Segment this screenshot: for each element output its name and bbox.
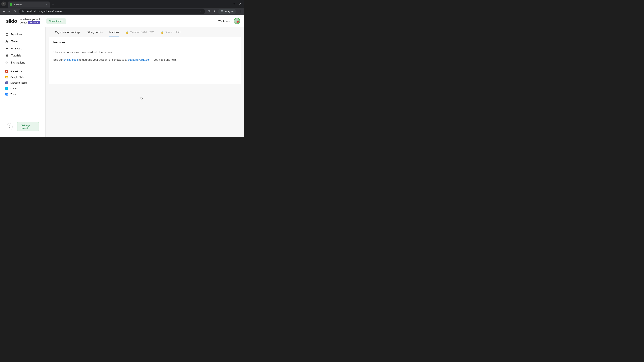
analytics-icon [5,47,9,50]
address-bar[interactable]: admin.sli.do/organization/invoices ☆ [19,8,205,14]
tab-search-button[interactable]: ▾ [1,1,6,6]
incognito-icon [220,10,223,13]
whats-new-link[interactable]: What's new [218,20,230,22]
browser-toolbar: ← → ⟳ admin.sli.do/organization/invoices… [0,8,244,15]
tab-label: Domain claim [165,31,181,34]
sidebar-item-label: Team [11,40,18,43]
integration-zoom[interactable]: ▭ Zoom [0,91,46,97]
app-body: My slidos Team Analytics [0,27,244,137]
sidebar-item-tutorials[interactable]: Tutorials [0,52,46,59]
sidebar-item-label: Analytics [11,47,22,50]
browser-tab[interactable]: s Invoices ✕ [8,1,50,7]
sidebar-nav: My slidos Team Analytics [0,31,46,97]
browser-menu-button[interactable]: ⋮ [238,10,242,13]
cta-suffix: if you need any help. [151,58,176,61]
tab-billing-details[interactable]: Billing details [84,28,106,37]
incognito-label: Incognito [224,10,234,13]
owner-label: Owner [20,21,27,24]
new-interface-badge[interactable]: New interface [46,18,66,24]
downloads-button[interactable] [213,9,216,13]
integrations-icon [5,61,9,64]
lock-icon: 🔒 [126,31,128,34]
tab-domain-claim[interactable]: 🔒 Domain claim [158,28,184,37]
empty-state-text: There are no invoices associated with th… [53,51,236,54]
browser-tab-strip: ▾ s Invoices ✕ + — ▢ ✕ [0,0,244,8]
svg-point-5 [222,11,223,12]
sidebar-item-label: Tutorials [11,54,21,57]
cta-mid: to upgrade your account or contact us at [78,58,128,61]
help-button[interactable]: ? [7,123,12,130]
sidebar-item-label: Integrations [11,61,25,64]
tab-label: Invoices [109,31,119,34]
close-tab-button[interactable]: ✕ [44,3,48,6]
sidebar-item-my-slidos[interactable]: My slidos [0,31,46,38]
svg-rect-1 [23,11,24,12]
extensions-button[interactable] [208,9,210,13]
svg-rect-7 [6,33,8,35]
sidebar-item-analytics[interactable]: Analytics [0,45,46,52]
back-button[interactable]: ← [2,10,5,13]
sidebar-item-label: My slidos [11,33,22,36]
pricing-plans-link[interactable]: pricing plans [64,58,78,61]
lock-icon: 🔒 [161,31,164,34]
tab-label: Organization settings [55,31,80,34]
svg-point-10 [8,41,8,42]
toast-settings-saved: Settings saved [17,122,39,131]
settings-tabs: Organization settings Billing details In… [46,28,244,37]
integration-google-slides[interactable]: ▦ Google Slides [0,74,46,80]
org-info: Moodjoy organization Owner UPGRADE [20,18,42,24]
svg-point-9 [6,40,7,41]
url-text: admin.sli.do/organization/invoices [27,10,198,13]
owner-row: Owner UPGRADE [20,21,42,24]
maximize-button[interactable]: ▢ [232,2,235,5]
window-controls: — ▢ ✕ [226,2,243,5]
integration-label: Webex [10,87,18,90]
reload-button[interactable]: ⟳ [14,9,17,13]
new-tab-button[interactable]: + [52,3,54,6]
integration-webex[interactable]: w Webex [0,86,46,91]
tab-invoices[interactable]: Invoices [106,28,122,37]
app-root: slido Moodjoy organization Owner UPGRADE… [0,15,244,137]
close-window-button[interactable]: ✕ [239,2,242,5]
tab-label: Billing details [87,31,102,34]
integration-label: Zoom [10,93,16,95]
tutorials-icon [5,54,9,57]
webex-icon: w [5,87,8,90]
header-right: What's new [218,18,240,24]
incognito-badge[interactable]: Incognito [218,9,236,14]
zoom-icon: ▭ [5,93,8,95]
sidebar-item-team[interactable]: Team [0,38,46,45]
tab-organization-settings[interactable]: Organization settings [52,28,84,37]
invoices-card: Invoices There are no invoices associate… [49,37,241,84]
forward-button[interactable]: → [8,10,11,13]
svg-rect-0 [22,10,23,11]
tab-member-saml-sso[interactable]: 🔒 Member SAML SSO [122,28,157,37]
card-title: Invoices [53,41,236,47]
integration-ms-teams[interactable]: T Microsoft Teams [0,80,46,85]
chevron-down-icon: ▾ [3,3,4,5]
slido-logo[interactable]: slido [6,18,17,24]
integration-label: PowerPoint [10,70,22,73]
minimize-button[interactable]: — [226,2,229,5]
support-email-link[interactable]: support@slido.com [128,58,151,61]
main-content: Organization settings Billing details In… [46,27,244,137]
ms-teams-icon: T [5,81,8,84]
site-info-icon[interactable] [22,10,24,13]
sidebar-item-integrations[interactable]: Integrations [0,59,46,66]
slido-favicon-icon: s [10,3,12,6]
cta-prefix: See our [53,58,64,61]
upgrade-badge[interactable]: UPGRADE [28,21,40,24]
integration-label: Google Slides [10,76,25,78]
app-header: slido Moodjoy organization Owner UPGRADE… [0,15,244,27]
help-text: See our pricing plans to upgrade your ac… [53,58,236,62]
powerpoint-icon: P [5,70,8,73]
team-icon [5,40,9,43]
tab-label: Member SAML SSO [130,31,154,34]
sidebar: My slidos Team Analytics [0,27,46,137]
bookmark-button[interactable]: ☆ [200,10,202,13]
avatar[interactable] [234,18,240,24]
integration-label: Microsoft Teams [10,81,28,84]
org-name: Moodjoy organization [20,18,42,21]
tab-title: Invoices [14,3,43,6]
integration-powerpoint[interactable]: P PowerPoint [0,69,46,74]
